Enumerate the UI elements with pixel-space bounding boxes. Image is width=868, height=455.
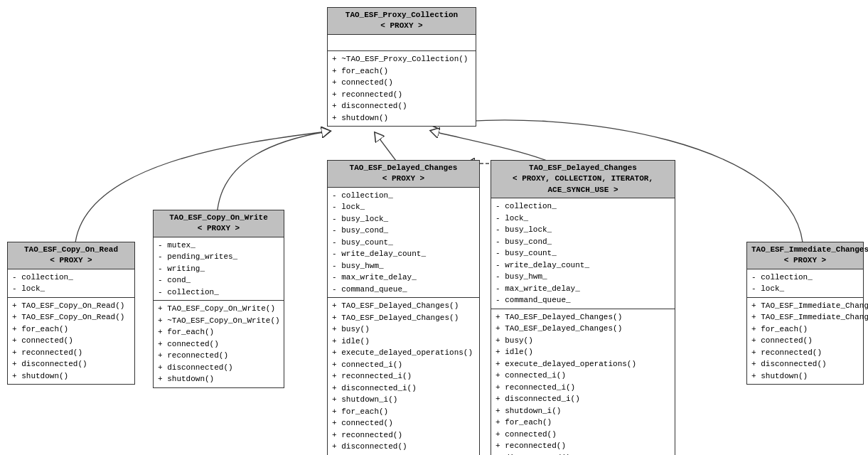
section-item: - collection_ bbox=[12, 272, 130, 284]
section-item: - max_write_delay_ bbox=[332, 272, 475, 284]
section-item: + execute_delayed_operations() bbox=[332, 347, 475, 359]
delayed-changes-full-section2: + TAO_ESF_Delayed_Changes()+ TAO_ESF_Del… bbox=[491, 309, 675, 455]
section-item: + ~TAO_ESF_Proxy_Collection() bbox=[332, 53, 471, 65]
section-item: + connected_i() bbox=[332, 359, 475, 371]
section-item: + ~TAO_ESF_Copy_On_Write() bbox=[158, 315, 279, 327]
immediate-changes-subtitle: < PROXY > bbox=[751, 255, 859, 266]
section-item: - busy_hwm_ bbox=[332, 260, 475, 272]
section-item: + TAO_ESF_Delayed_Changes() bbox=[332, 300, 475, 312]
section-item: + disconnected() bbox=[495, 452, 670, 455]
section-item: + reconnected() bbox=[332, 429, 475, 441]
proxy-collection-subtitle: < PROXY > bbox=[332, 21, 471, 31]
delayed-changes-proxy-header: TAO_ESF_Delayed_Changes < PROXY > bbox=[328, 161, 479, 188]
section-item: - collection_ bbox=[751, 272, 859, 284]
section-item: - write_delay_count_ bbox=[495, 259, 670, 272]
copy-on-read-section1: - collection_- lock_ bbox=[8, 269, 134, 298]
section-item: + for_each() bbox=[332, 406, 475, 418]
delayed-changes-proxy-section1: - collection_- lock_- busy_lock_- busy_c… bbox=[328, 188, 479, 299]
delayed-changes-full-section1: - collection_- lock_- busy_lock_- busy_c… bbox=[491, 198, 675, 309]
section-item: - writing_ bbox=[158, 263, 279, 275]
section-item: - busy_count_ bbox=[495, 247, 670, 259]
copy-on-write-subtitle: < PROXY > bbox=[158, 223, 279, 234]
section-item: + connected() bbox=[495, 429, 670, 441]
section-item: - collection_ bbox=[332, 190, 475, 202]
section-item: - lock_ bbox=[12, 283, 130, 295]
section-item: + busy() bbox=[495, 335, 670, 347]
proxy-collection-title: TAO_ESF_Proxy_Collection bbox=[332, 10, 471, 21]
section-item: + disconnected_i() bbox=[495, 393, 670, 405]
section-item: + busy() bbox=[332, 323, 475, 336]
section-item: - lock_ bbox=[332, 201, 475, 213]
section-item: + TAO_ESF_Copy_On_Write() bbox=[158, 303, 279, 315]
section-item: + shutdown_i() bbox=[495, 405, 670, 417]
section-item: + idle() bbox=[495, 346, 670, 358]
copy-on-read-section2: + TAO_ESF_Copy_On_Read()+ TAO_ESF_Copy_O… bbox=[8, 298, 134, 385]
section-item: + TAO_ESF_Immediate_Changes() bbox=[751, 300, 859, 312]
diagram-container: TAO_ESF_Proxy_Collection < PROXY > + ~TA… bbox=[0, 0, 868, 455]
section-item: - busy_lock_ bbox=[332, 213, 475, 225]
immediate-changes-section1: - collection_- lock_ bbox=[747, 269, 863, 298]
section-item: - busy_count_ bbox=[332, 237, 475, 249]
section-item: + connected() bbox=[332, 77, 471, 89]
proxy-collection-section2: + ~TAO_ESF_Proxy_Collection()+ for_each(… bbox=[328, 51, 476, 126]
section-item: - pending_writes_ bbox=[158, 251, 279, 263]
section-item: - collection_ bbox=[158, 287, 279, 299]
section-item: + connected() bbox=[751, 335, 859, 347]
section-item: - busy_cond_ bbox=[495, 236, 670, 248]
section-item: + TAO_ESF_Copy_On_Read() bbox=[12, 300, 130, 312]
section-item: + idle() bbox=[332, 336, 475, 348]
delayed-changes-proxy-title: TAO_ESF_Delayed_Changes bbox=[332, 163, 475, 173]
section-item: + shutdown() bbox=[332, 112, 471, 124]
section-item: + for_each() bbox=[332, 65, 471, 77]
section-item: - command_queue_ bbox=[332, 284, 475, 296]
delayed-changes-proxy-box: TAO_ESF_Delayed_Changes < PROXY > - coll… bbox=[327, 160, 480, 455]
section-item: - busy_lock_ bbox=[495, 224, 670, 236]
section-item: + connected() bbox=[158, 338, 279, 350]
section-item: + TAO_ESF_Immediate_Changes() bbox=[751, 311, 859, 323]
immediate-changes-header: TAO_ESF_Immediate_Changes < PROXY > bbox=[747, 242, 863, 269]
proxy-collection-header: TAO_ESF_Proxy_Collection < PROXY > bbox=[328, 8, 476, 35]
immediate-changes-title: TAO_ESF_Immediate_Changes bbox=[751, 245, 859, 255]
copy-on-write-box: TAO_ESF_Copy_On_Write < PROXY > - mutex_… bbox=[153, 210, 284, 388]
section-item: - busy_cond_ bbox=[332, 225, 475, 237]
delayed-changes-full-box: TAO_ESF_Delayed_Changes < PROXY, COLLECT… bbox=[491, 160, 675, 455]
section-item: - collection_ bbox=[495, 200, 670, 213]
section-item: + reconnected_i() bbox=[332, 370, 475, 382]
section-item: + reconnected() bbox=[12, 347, 130, 359]
section-item: + disconnected_i() bbox=[332, 382, 475, 395]
section-item: + TAO_ESF_Copy_On_Read() bbox=[12, 311, 130, 323]
section-item: + shutdown_i() bbox=[332, 394, 475, 406]
section-item: - lock_ bbox=[751, 283, 859, 295]
copy-on-write-section1: - mutex_- pending_writes_- writing_- con… bbox=[154, 237, 284, 301]
section-item: + for_each() bbox=[495, 417, 670, 429]
section-item: + TAO_ESF_Delayed_Changes() bbox=[495, 323, 670, 335]
copy-on-read-header: TAO_ESF_Copy_On_Read < PROXY > bbox=[8, 242, 134, 269]
copy-on-read-title: TAO_ESF_Copy_On_Read bbox=[12, 245, 130, 255]
copy-on-read-subtitle: < PROXY > bbox=[12, 255, 130, 266]
section-item: + reconnected() bbox=[158, 350, 279, 362]
section-item: + connected() bbox=[332, 417, 475, 429]
copy-on-write-section2: + TAO_ESF_Copy_On_Write()+ ~TAO_ESF_Copy… bbox=[154, 301, 284, 387]
section-item: + for_each() bbox=[158, 326, 279, 338]
delayed-changes-proxy-subtitle: < PROXY > bbox=[332, 173, 475, 184]
section-item: + for_each() bbox=[751, 323, 859, 336]
section-item: + disconnected() bbox=[332, 100, 471, 112]
section-item: - command_queue_ bbox=[495, 294, 670, 306]
section-item: + TAO_ESF_Delayed_Changes() bbox=[495, 311, 670, 323]
section-item: + connected_i() bbox=[495, 370, 670, 382]
section-item: + TAO_ESF_Delayed_Changes() bbox=[332, 312, 475, 324]
section-item: + reconnected() bbox=[495, 440, 670, 452]
immediate-changes-box: TAO_ESF_Immediate_Changes < PROXY > - co… bbox=[746, 242, 864, 385]
section-item: + shutdown() bbox=[158, 373, 279, 385]
proxy-collection-section1 bbox=[328, 35, 476, 52]
delayed-changes-full-subtitle2: ACE_SYNCH_USE > bbox=[495, 185, 670, 196]
section-item: + reconnected() bbox=[332, 89, 471, 101]
section-item: + disconnected() bbox=[751, 358, 859, 370]
section-item: + reconnected() bbox=[751, 347, 859, 359]
section-item: - busy_hwm_ bbox=[495, 271, 670, 283]
delayed-changes-full-subtitle: < PROXY, COLLECTION, ITERATOR, bbox=[495, 173, 670, 184]
copy-on-write-title: TAO_ESF_Copy_On_Write bbox=[158, 213, 279, 223]
section-item: - mutex_ bbox=[158, 240, 279, 252]
section-item: + shutdown() bbox=[751, 370, 859, 382]
proxy-collection-box: TAO_ESF_Proxy_Collection < PROXY > + ~TA… bbox=[327, 7, 476, 127]
